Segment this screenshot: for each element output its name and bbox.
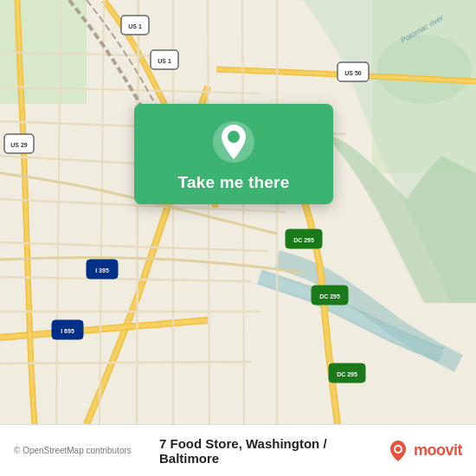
pin-icon (211, 119, 256, 164)
svg-text:I 695: I 695 (61, 328, 74, 334)
svg-text:DC 295: DC 295 (293, 237, 314, 243)
take-me-there-button[interactable]: Take me there (178, 173, 290, 192)
map-background: US 1 US 1 US 29 US 50 I 395 I 695 DC 295… (0, 0, 476, 424)
svg-text:I 395: I 395 (95, 267, 109, 273)
svg-text:DC 295: DC 295 (319, 293, 340, 299)
svg-point-42 (396, 447, 401, 452)
osm-attribution: © OpenStreetMap contributors (14, 446, 152, 455)
moovit-logo: moovit (386, 439, 462, 463)
moovit-brand-text: moovit (414, 441, 462, 460)
location-label: 7 Food Store, Washington / Baltimore (159, 436, 386, 466)
map-container: US 1 US 1 US 29 US 50 I 395 I 695 DC 295… (0, 0, 476, 424)
bottom-bar: © OpenStreetMap contributors 7 Food Stor… (0, 424, 476, 476)
svg-text:US 29: US 29 (10, 142, 28, 148)
svg-text:DC 295: DC 295 (337, 371, 357, 377)
location-card[interactable]: Take me there (134, 104, 333, 204)
svg-text:US 50: US 50 (344, 70, 362, 76)
svg-point-40 (228, 131, 240, 143)
svg-text:US 1: US 1 (158, 58, 171, 64)
moovit-pin-icon (386, 439, 410, 463)
svg-text:US 1: US 1 (128, 23, 142, 29)
